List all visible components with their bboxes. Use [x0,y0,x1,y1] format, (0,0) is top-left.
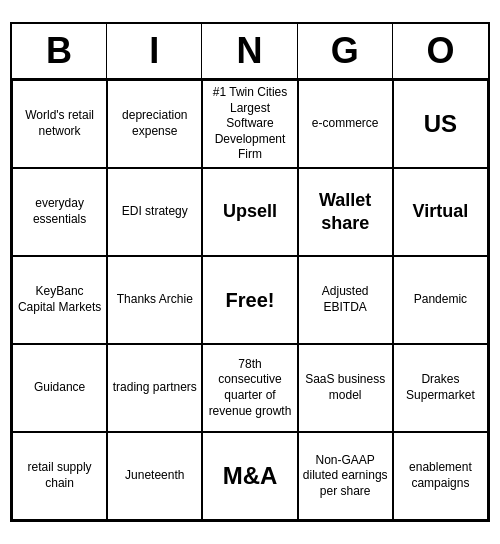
bingo-cell-21[interactable]: Juneteenth [107,432,202,520]
bingo-grid: World's retail networkdepreciation expen… [12,80,488,520]
bingo-cell-9[interactable]: Virtual [393,168,488,256]
bingo-cell-6[interactable]: EDI strategy [107,168,202,256]
bingo-cell-19[interactable]: Drakes Supermarket [393,344,488,432]
bingo-cell-3[interactable]: e-commerce [298,80,393,168]
bingo-cell-11[interactable]: Thanks Archie [107,256,202,344]
bingo-card: B I N G O World's retail networkdeprecia… [10,22,490,522]
bingo-cell-12[interactable]: Free! [202,256,297,344]
bingo-cell-16[interactable]: trading partners [107,344,202,432]
bingo-cell-23[interactable]: Non-GAAP diluted earnings per share [298,432,393,520]
bingo-cell-24[interactable]: enablement campaigns [393,432,488,520]
bingo-cell-0[interactable]: World's retail network [12,80,107,168]
bingo-cell-1[interactable]: depreciation expense [107,80,202,168]
bingo-cell-7[interactable]: Upsell [202,168,297,256]
bingo-cell-15[interactable]: Guidance [12,344,107,432]
header-b: B [12,24,107,78]
bingo-cell-8[interactable]: Wallet share [298,168,393,256]
bingo-cell-4[interactable]: US [393,80,488,168]
bingo-cell-14[interactable]: Pandemic [393,256,488,344]
header-n: N [202,24,297,78]
bingo-cell-10[interactable]: KeyBanc Capital Markets [12,256,107,344]
header-i: I [107,24,202,78]
bingo-cell-18[interactable]: SaaS business model [298,344,393,432]
header-o: O [393,24,488,78]
bingo-cell-17[interactable]: 78th consecutive quarter of revenue grow… [202,344,297,432]
bingo-cell-13[interactable]: Adjusted EBITDA [298,256,393,344]
bingo-cell-5[interactable]: everyday essentials [12,168,107,256]
header-g: G [298,24,393,78]
bingo-cell-20[interactable]: retail supply chain [12,432,107,520]
bingo-cell-2[interactable]: #1 Twin Cities Largest Software Developm… [202,80,297,168]
bingo-cell-22[interactable]: M&A [202,432,297,520]
bingo-header: B I N G O [12,24,488,80]
